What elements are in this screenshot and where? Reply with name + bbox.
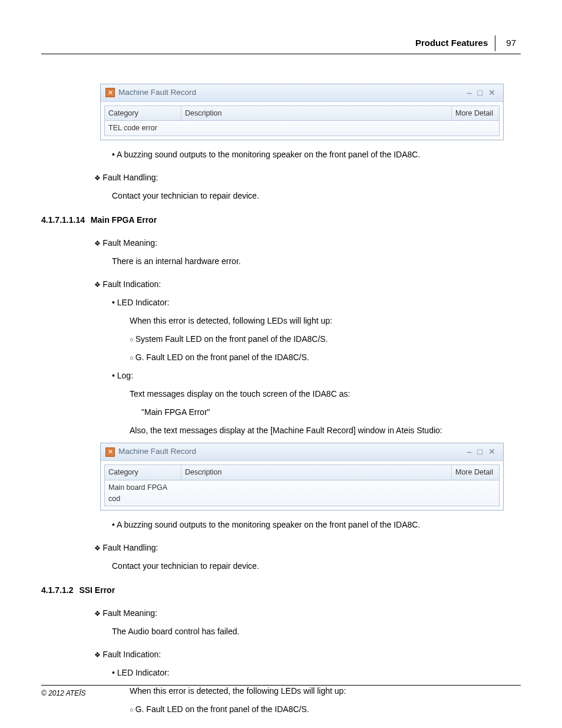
window-titlebar: ✕ Machine Fault Record – □ ✕ [101,443,503,461]
maximize-icon[interactable]: □ [475,87,485,99]
col-category: Category [105,465,181,480]
grid-header: Category Description More Detail [105,465,499,480]
body-text: A buzzing sound outputs to the monitorin… [112,149,521,161]
section-heading: 4.1.7.1.1.14 Main FPGA Error [41,214,521,226]
cell-category: Main board FPGA cod [105,480,181,506]
body-text: System Fault LED on the front panel of t… [130,333,521,345]
body-text: Also, the text messages display at the [… [130,424,521,437]
body-text: "Main FPGA Error" [141,406,521,419]
header-page-number: 97 [495,35,521,51]
cell-category: TEL code error [105,121,181,136]
body-text: A buzzing sound outputs to the monitorin… [112,519,521,531]
page-header: Product Features 97 [41,35,521,54]
log-label: Log: [112,370,521,382]
fault-indication-label: Fault Indication: [94,648,521,661]
body-text: G. Fault LED on the front panel of the I… [130,703,521,716]
cell-description [181,480,452,506]
section-heading: 4.1.7.1.2 SSI Error [41,584,521,597]
close-icon[interactable]: ✕ [485,446,498,458]
body-text: Text messages display on the touch scree… [130,388,521,400]
col-more-detail: More Detail [452,106,499,121]
minimize-icon[interactable]: – [464,446,475,458]
section-number: 4.1.7.1.2 [41,584,74,597]
close-icon[interactable]: ✕ [485,87,498,99]
fault-grid: Category Description More Detail TEL cod… [104,106,500,137]
app-icon: ✕ [105,88,115,97]
body-text: There is an internal hardware error. [112,255,521,268]
fault-handling-label: Fault Handling: [94,172,521,184]
fault-indication-label: Fault Indication: [94,278,521,291]
header-title: Product Features [415,35,495,51]
minimize-icon[interactable]: – [464,87,475,99]
led-indicator-label: LED Indicator: [112,297,521,309]
body-text: Contact your technician to repair device… [112,560,521,572]
body-text: Contact your technician to repair device… [112,190,521,202]
machine-fault-record-window-2: ✕ Machine Fault Record – □ ✕ Category De… [100,443,504,510]
maximize-icon[interactable]: □ [475,446,485,458]
col-description: Description [181,465,452,480]
section-number: 4.1.7.1.1.14 [41,214,85,226]
table-row[interactable]: Main board FPGA cod [105,480,499,506]
footer-copyright: © 2012 ATEÏS [41,685,521,699]
fault-grid: Category Description More Detail Main bo… [104,465,500,506]
table-row[interactable]: TEL code error [105,121,499,136]
fault-meaning-label: Fault Meaning: [94,237,521,249]
body-text: G. Fault LED on the front panel of the I… [130,351,521,364]
cell-more-detail [452,121,499,136]
section-title: SSI Error [79,585,115,595]
section-title: Main FPGA Error [91,215,157,225]
col-category: Category [105,106,181,121]
fault-meaning-label: Fault Meaning: [94,607,521,620]
window-title: Machine Fault Record [118,446,196,457]
body-text: The Audio board control has failed. [112,625,521,638]
machine-fault-record-window-1: ✕ Machine Fault Record – □ ✕ Category De… [100,84,504,141]
col-description: Description [181,106,452,121]
fault-handling-label: Fault Handling: [94,542,521,554]
window-title: Machine Fault Record [118,87,196,98]
cell-description [181,121,452,136]
app-icon: ✕ [105,447,115,457]
window-titlebar: ✕ Machine Fault Record – □ ✕ [101,84,503,102]
cell-more-detail [452,480,499,506]
grid-header: Category Description More Detail [105,106,499,121]
col-more-detail: More Detail [452,465,499,480]
body-text: When this error is detected, following L… [130,315,521,327]
led-indicator-label: LED Indicator: [112,667,521,679]
